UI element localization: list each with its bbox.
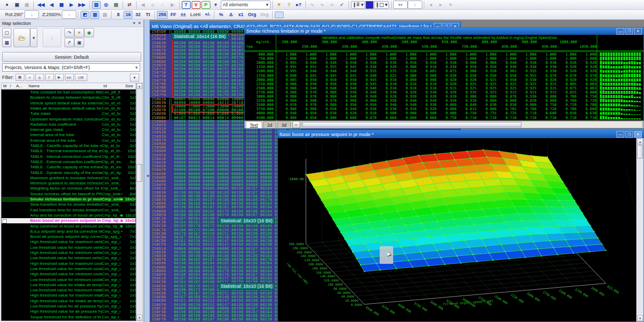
table-cell[interactable]: 1.000 [458, 57, 477, 61]
table-cell[interactable]: 0.930 [418, 90, 437, 95]
map-list-item[interactable]: Upstream temperature mass correctionCxx_… [2, 117, 136, 122]
maximize-icon[interactable]: ❐ [625, 28, 633, 35]
map-list-item[interactable]: Amp and tia correction of boost air pres… [2, 213, 136, 218]
map-list-item[interactable]: Time delay to avoid the ear to be satura… [2, 320, 136, 321]
table-cell[interactable]: 0.940 [418, 99, 437, 103]
text-view-icon[interactable]: ▤ [112, 1, 120, 9]
table-cell[interactable]: 1.000 [338, 57, 357, 61]
map-list-item[interactable]: Torque threshold for the definition of t… [2, 315, 136, 320]
vscrollbar-thumb[interactable] [637, 145, 643, 158]
table-cell[interactable]: 0.875 [438, 69, 457, 73]
filter-button-1[interactable]: ≡ [25, 74, 34, 81]
map-list-item[interactable]: Smoke richness limitation in pr modCmp_s… [2, 197, 136, 202]
table-cell[interactable]: 0.925 [478, 78, 497, 82]
table-cell[interactable]: 1.000 [438, 57, 457, 61]
map-list-item[interactable]: High threshold value for air pressure hy… [2, 309, 136, 314]
table-cell[interactable]: 0.720 [538, 107, 557, 111]
column-slash[interactable]: / [10, 84, 11, 88]
table-cell[interactable]: 0.940 [318, 86, 337, 90]
scroll-down-icon[interactable]: ▼ [637, 315, 643, 321]
table-cell[interactable]: 0.950 [298, 78, 317, 82]
history-forward-icon[interactable]: ▶ [168, 1, 177, 9]
table-cell[interactable]: 0.750 [438, 116, 457, 120]
table-cell[interactable]: 0.920 [558, 78, 576, 82]
table-cell[interactable]: 0.995 [278, 61, 297, 65]
map-overview-icon[interactable]: ▦ [57, 1, 66, 9]
filter-dropdown-button[interactable]: ▼ [130, 74, 139, 82]
map-list-item[interactable]: Slow transition time for smoke limitatio… [2, 202, 136, 207]
table-cell[interactable]: 0.940 [298, 86, 317, 90]
new-window-icon[interactable]: ▣ [12, 1, 21, 9]
table-cell[interactable]: 0.945 [358, 78, 377, 82]
table-cell[interactable]: 0.720 [578, 99, 597, 103]
table-cell[interactable]: 0.970 [578, 74, 597, 78]
pointer-elements-icon[interactable]: P [202, 1, 210, 9]
rotation-spinner[interactable]: ↕ [24, 10, 39, 19]
table-cell[interactable]: 0.960 [278, 107, 297, 111]
surface-3d-canvas[interactable] [278, 138, 636, 321]
panel-menu-icon[interactable]: ▾ [133, 21, 135, 25]
tab-text[interactable]: Text [246, 121, 262, 128]
table-cell[interactable]: 0.920 [558, 61, 576, 65]
table-cell[interactable]: 0.965 [498, 69, 517, 73]
next-diff-icon[interactable]: ▸ [436, 1, 445, 9]
view-rows-icon[interactable]: ▤ [100, 11, 109, 19]
table-cell[interactable]: 0.930 [378, 90, 397, 95]
table-cell[interactable]: 0.950 [318, 107, 337, 111]
table-cell[interactable]: 0.920 [458, 78, 477, 82]
table-cell[interactable]: 0.960 [278, 116, 297, 120]
table-cell[interactable]: 0.940 [498, 65, 517, 69]
prev-diff-icon[interactable]: ◂ [426, 1, 435, 9]
table-cell[interactable]: 1.000 [398, 57, 417, 61]
table-cell[interactable]: 0.970 [318, 99, 337, 103]
table-cell[interactable]: 1.000 [458, 52, 477, 57]
table-cell[interactable]: 1.000 [378, 52, 397, 57]
table-cell[interactable]: 0.940 [378, 103, 397, 107]
import-button[interactable]: ⌂ [43, 28, 61, 47]
table-cell[interactable]: 0.915 [538, 86, 557, 90]
table-cell[interactable]: 0.930 [518, 65, 536, 69]
table-cell[interactable]: 0.935 [518, 69, 536, 73]
table-cell[interactable]: 0.950 [358, 103, 377, 107]
table-cell[interactable]: 0.910 [378, 82, 397, 86]
table-cell[interactable]: 0.940 [338, 86, 357, 90]
checkout-button[interactable]: ↱ [64, 38, 74, 47]
table-cell[interactable]: 0.970 [558, 74, 576, 78]
last-map-icon[interactable]: ▶▶ [77, 1, 87, 9]
table-cell[interactable]: 0.925 [498, 82, 517, 86]
table-cell[interactable]: 0.920 [438, 78, 457, 82]
table-cell[interactable]: 0.930 [518, 95, 536, 99]
table-cell[interactable]: 0.990 [278, 74, 297, 78]
table-cell[interactable]: 0.955 [298, 65, 317, 69]
map-list-item[interactable]: Minimum gradient to decrease richness cC… [2, 181, 136, 186]
table-cell[interactable]: 0.950 [318, 82, 337, 86]
table-cell[interactable]: 0.800 [478, 107, 497, 111]
table-cell[interactable]: 1.000 [498, 52, 517, 57]
table-cell[interactable]: 0.735 [498, 111, 517, 115]
map-list-item[interactable]: Amp correction of boost air pressure set… [2, 224, 136, 229]
filter-button-0[interactable]: ▦ [16, 74, 24, 81]
sign-toggle-icon[interactable]: +/- [203, 11, 212, 19]
table-cell[interactable]: 0.920 [338, 111, 357, 115]
fill-mode-button[interactable]: ❙⬚ ▾ [374, 1, 389, 9]
table-cell[interactable]: 0.960 [318, 90, 337, 95]
table-cell[interactable]: 0.980 [278, 90, 297, 95]
table-cell[interactable]: 0.735 [478, 111, 497, 115]
table-cell[interactable]: 0.920 [398, 90, 417, 95]
table-cell[interactable]: 0.930 [358, 61, 377, 65]
sidebar-scrollbar[interactable]: ▲ ▼ [136, 83, 143, 321]
session-button[interactable]: Session: Default [2, 52, 141, 62]
table-cell[interactable]: 0.860 [438, 107, 457, 111]
checkin-button[interactable]: ↷ [64, 28, 74, 37]
open-project-button[interactable]: 🗁 [14, 28, 30, 47]
map-list-item[interactable]: B.a.p setpoint amp and tia corrective fa… [2, 229, 136, 234]
table-cell[interactable]: 1.000 [558, 57, 576, 61]
table-cell[interactable]: 0.920 [438, 95, 457, 99]
bits-8-icon[interactable]: 8 [114, 11, 123, 19]
table-cell[interactable]: 0.925 [378, 74, 397, 78]
map-list-item[interactable]: Weighting factor on richness offset for … [2, 186, 136, 191]
table-cell[interactable]: 0.930 [518, 61, 536, 65]
map-list-item[interactable]: Low threshold value for maximum vehicCxx… [2, 245, 136, 250]
table-cell[interactable]: 0.900 [398, 74, 417, 78]
context-help-icon[interactable]: ▸? [294, 1, 303, 9]
